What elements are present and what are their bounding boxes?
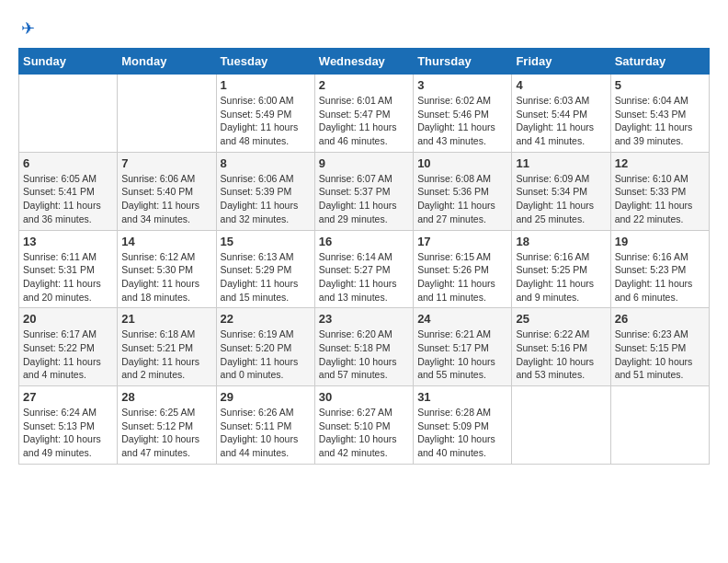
day-number: 11 [516,156,606,170]
day-info: Sunrise: 6:06 AM Sunset: 5:39 PM Dayligh… [221,172,311,226]
day-info: Sunrise: 6:18 AM Sunset: 5:21 PM Dayligh… [121,327,211,382]
day-info: Sunrise: 6:06 AM Sunset: 5:40 PM Dayligh… [121,172,211,226]
day-info: Sunrise: 6:22 AM Sunset: 5:16 PM Dayligh… [516,327,606,382]
calendar-cell: 16Sunrise: 6:14 AM Sunset: 5:27 PM Dayli… [314,230,413,308]
calendar-cell [19,75,118,153]
day-number: 9 [319,156,409,170]
day-info: Sunrise: 6:26 AM Sunset: 5:11 PM Dayligh… [221,406,311,460]
calendar-cell: 2Sunrise: 6:01 AM Sunset: 5:47 PM Daylig… [314,75,413,153]
day-info: Sunrise: 6:08 AM Sunset: 5:36 PM Dayligh… [417,172,507,226]
calendar-cell: 10Sunrise: 6:08 AM Sunset: 5:36 PM Dayli… [414,152,512,230]
day-number: 18 [516,235,606,248]
calendar-cell: 13Sunrise: 6:11 AM Sunset: 5:31 PM Dayli… [19,230,118,308]
calendar-cell: 5Sunrise: 6:04 AM Sunset: 5:43 PM Daylig… [610,75,709,153]
calendar-cell: 9Sunrise: 6:07 AM Sunset: 5:37 PM Daylig… [314,152,413,230]
day-number: 28 [121,390,211,404]
day-number: 13 [23,235,113,248]
calendar-week-row: 1Sunrise: 6:00 AM Sunset: 5:49 PM Daylig… [19,75,710,153]
calendar-cell: 4Sunrise: 6:03 AM Sunset: 5:44 PM Daylig… [512,75,610,153]
day-number: 15 [221,235,311,248]
day-info: Sunrise: 6:27 AM Sunset: 5:10 PM Dayligh… [319,406,409,460]
day-number: 19 [615,235,705,248]
calendar-cell: 28Sunrise: 6:25 AM Sunset: 5:12 PM Dayli… [118,386,216,465]
day-info: Sunrise: 6:28 AM Sunset: 5:09 PM Dayligh… [417,406,507,460]
calendar-cell: 23Sunrise: 6:20 AM Sunset: 5:18 PM Dayli… [314,308,413,386]
calendar-week-row: 13Sunrise: 6:11 AM Sunset: 5:31 PM Dayli… [19,230,710,308]
day-number: 23 [319,312,409,326]
day-info: Sunrise: 6:03 AM Sunset: 5:44 PM Dayligh… [516,94,606,148]
calendar-week-row: 20Sunrise: 6:17 AM Sunset: 5:22 PM Dayli… [19,308,710,386]
calendar-cell: 27Sunrise: 6:24 AM Sunset: 5:13 PM Dayli… [19,386,118,465]
weekday-header-sunday: Sunday [19,49,118,75]
weekday-header-monday: Monday [118,49,216,75]
weekday-header-wednesday: Wednesday [314,49,413,75]
day-info: Sunrise: 6:13 AM Sunset: 5:29 PM Dayligh… [221,250,311,304]
day-number: 6 [23,156,113,170]
calendar-cell: 31Sunrise: 6:28 AM Sunset: 5:09 PM Dayli… [414,386,512,465]
calendar-cell: 19Sunrise: 6:16 AM Sunset: 5:23 PM Dayli… [610,230,709,308]
day-info: Sunrise: 6:05 AM Sunset: 5:41 PM Dayligh… [23,172,113,226]
day-info: Sunrise: 6:10 AM Sunset: 5:33 PM Dayligh… [615,172,705,226]
day-info: Sunrise: 6:07 AM Sunset: 5:37 PM Dayligh… [319,172,409,226]
day-info: Sunrise: 6:12 AM Sunset: 5:30 PM Dayligh… [121,250,211,304]
day-info: Sunrise: 6:16 AM Sunset: 5:25 PM Dayligh… [516,250,606,304]
day-number: 31 [417,390,507,404]
day-info: Sunrise: 6:14 AM Sunset: 5:27 PM Dayligh… [319,250,409,304]
day-info: Sunrise: 6:23 AM Sunset: 5:15 PM Dayligh… [615,327,705,382]
day-number: 16 [319,235,409,248]
calendar-cell: 14Sunrise: 6:12 AM Sunset: 5:30 PM Dayli… [118,230,216,308]
day-number: 10 [417,156,507,170]
day-number: 5 [615,78,705,92]
day-number: 4 [516,78,606,92]
calendar-table: SundayMondayTuesdayWednesdayThursdayFrid… [18,48,710,465]
day-number: 26 [615,312,705,326]
calendar-cell [610,386,709,465]
page-header: ✈ [18,18,710,39]
calendar-cell: 24Sunrise: 6:21 AM Sunset: 5:17 PM Dayli… [414,308,512,386]
day-number: 12 [615,156,705,170]
day-info: Sunrise: 6:25 AM Sunset: 5:12 PM Dayligh… [121,406,211,460]
calendar-header-row: SundayMondayTuesdayWednesdayThursdayFrid… [19,49,710,75]
day-number: 29 [221,390,311,404]
day-info: Sunrise: 6:02 AM Sunset: 5:46 PM Dayligh… [417,94,507,148]
day-number: 21 [121,312,211,326]
calendar-cell: 22Sunrise: 6:19 AM Sunset: 5:20 PM Dayli… [216,308,314,386]
day-info: Sunrise: 6:04 AM Sunset: 5:43 PM Dayligh… [615,94,705,148]
weekday-header-thursday: Thursday [414,49,512,75]
day-number: 17 [417,235,507,248]
day-info: Sunrise: 6:01 AM Sunset: 5:47 PM Dayligh… [319,94,409,148]
calendar-cell: 30Sunrise: 6:27 AM Sunset: 5:10 PM Dayli… [314,386,413,465]
day-number: 27 [23,390,113,404]
calendar-cell: 3Sunrise: 6:02 AM Sunset: 5:46 PM Daylig… [414,75,512,153]
calendar-week-row: 6Sunrise: 6:05 AM Sunset: 5:41 PM Daylig… [19,152,710,230]
logo: ✈ [18,18,35,39]
day-info: Sunrise: 6:20 AM Sunset: 5:18 PM Dayligh… [319,327,409,382]
weekday-header-tuesday: Tuesday [216,49,314,75]
calendar-week-row: 27Sunrise: 6:24 AM Sunset: 5:13 PM Dayli… [19,386,710,465]
calendar-cell: 25Sunrise: 6:22 AM Sunset: 5:16 PM Dayli… [512,308,610,386]
calendar-cell: 20Sunrise: 6:17 AM Sunset: 5:22 PM Dayli… [19,308,118,386]
day-info: Sunrise: 6:17 AM Sunset: 5:22 PM Dayligh… [23,327,113,382]
day-number: 3 [417,78,507,92]
calendar-cell [512,386,610,465]
calendar-cell: 29Sunrise: 6:26 AM Sunset: 5:11 PM Dayli… [216,386,314,465]
weekday-header-saturday: Saturday [610,49,709,75]
day-number: 2 [319,78,409,92]
day-info: Sunrise: 6:11 AM Sunset: 5:31 PM Dayligh… [23,250,113,304]
day-number: 14 [121,235,211,248]
logo-bird-icon: ✈ [21,18,35,39]
day-number: 24 [417,312,507,326]
day-number: 25 [516,312,606,326]
day-info: Sunrise: 6:24 AM Sunset: 5:13 PM Dayligh… [23,406,113,460]
calendar-cell [118,75,216,153]
calendar-cell: 8Sunrise: 6:06 AM Sunset: 5:39 PM Daylig… [216,152,314,230]
day-number: 7 [121,156,211,170]
day-number: 22 [221,312,311,326]
calendar-cell: 17Sunrise: 6:15 AM Sunset: 5:26 PM Dayli… [414,230,512,308]
day-info: Sunrise: 6:00 AM Sunset: 5:49 PM Dayligh… [221,94,311,148]
calendar-cell: 12Sunrise: 6:10 AM Sunset: 5:33 PM Dayli… [610,152,709,230]
calendar-cell: 15Sunrise: 6:13 AM Sunset: 5:29 PM Dayli… [216,230,314,308]
day-info: Sunrise: 6:21 AM Sunset: 5:17 PM Dayligh… [417,327,507,382]
day-number: 1 [221,78,311,92]
calendar-cell: 21Sunrise: 6:18 AM Sunset: 5:21 PM Dayli… [118,308,216,386]
